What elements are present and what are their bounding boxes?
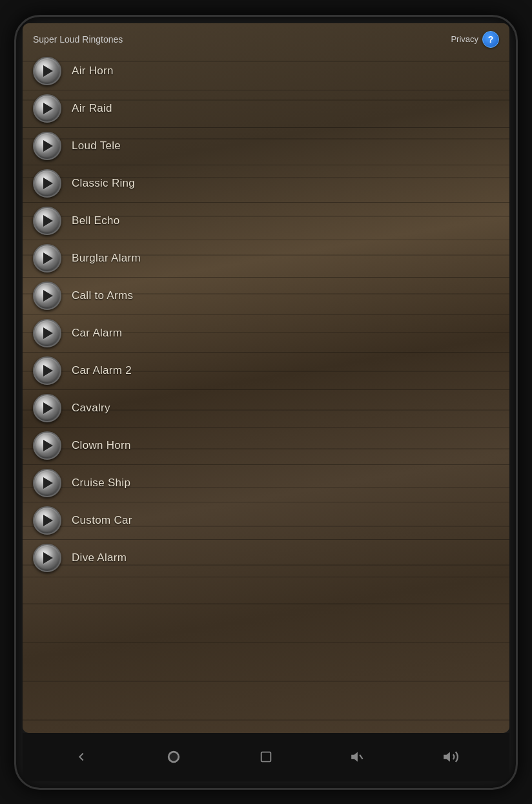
ringtone-item[interactable]: Classic Ring xyxy=(23,165,509,203)
help-icon[interactable]: ? xyxy=(482,31,499,48)
play-button-14[interactable] xyxy=(33,544,61,572)
ringtone-name-1: Air Horn xyxy=(72,65,114,77)
play-button-5[interactable] xyxy=(33,207,61,235)
ringtone-name-9: Car Alarm 2 xyxy=(72,364,132,377)
app-title: Super Loud Ringtones xyxy=(33,34,123,45)
ringtone-name-11: Clown Horn xyxy=(72,439,131,452)
recents-button[interactable] xyxy=(251,743,280,772)
ringtone-name-8: Car Alarm xyxy=(72,327,122,340)
device-frame: Super Loud Ringtones Privacy ? Air Horn … xyxy=(14,15,518,790)
volume-down-button[interactable] xyxy=(343,743,373,772)
ringtone-name-5: Bell Echo xyxy=(72,214,120,227)
play-button-2[interactable] xyxy=(33,94,61,123)
app-screen: Super Loud Ringtones Privacy ? Air Horn … xyxy=(23,23,509,733)
ringtone-list: Air Horn Air Raid Loud Tele Classic Ring… xyxy=(23,53,509,733)
play-button-13[interactable] xyxy=(33,506,61,535)
ringtone-item[interactable]: Bell Echo xyxy=(23,203,509,240)
play-button-12[interactable] xyxy=(33,469,61,497)
ringtone-name-13: Custom Car xyxy=(72,514,132,527)
play-button-1[interactable] xyxy=(33,57,61,85)
svg-point-1 xyxy=(170,753,178,761)
play-button-11[interactable] xyxy=(33,431,61,460)
svg-line-3 xyxy=(360,755,362,759)
ringtone-item[interactable]: Car Alarm 2 xyxy=(23,353,509,390)
volume-up-button[interactable] xyxy=(436,743,465,772)
ringtone-name-6: Burglar Alarm xyxy=(72,252,141,265)
play-button-8[interactable] xyxy=(33,319,61,347)
ringtone-name-12: Cruise Ship xyxy=(72,477,130,490)
ringtone-name-10: Cavalry xyxy=(72,402,110,415)
ringtone-item[interactable]: Dive Alarm xyxy=(23,540,509,577)
home-button[interactable] xyxy=(159,743,189,772)
privacy-label[interactable]: Privacy xyxy=(451,34,478,44)
ringtone-item[interactable]: Car Alarm xyxy=(23,315,509,353)
header-right: Privacy ? xyxy=(451,31,499,48)
ringtone-name-2: Air Raid xyxy=(72,102,112,115)
ringtone-item[interactable]: Burglar Alarm xyxy=(23,240,509,278)
play-button-6[interactable] xyxy=(33,244,61,273)
ringtone-item[interactable]: Cruise Ship xyxy=(23,465,509,502)
ringtone-item[interactable]: Call to Arms xyxy=(23,278,509,315)
ringtone-name-14: Dive Alarm xyxy=(72,551,127,564)
ringtone-name-7: Call to Arms xyxy=(72,289,133,302)
play-button-3[interactable] xyxy=(33,132,61,160)
app-content: Super Loud Ringtones Privacy ? Air Horn … xyxy=(23,23,509,733)
ringtone-name-4: Classic Ring xyxy=(72,177,135,190)
bottom-navigation xyxy=(23,733,509,781)
play-button-9[interactable] xyxy=(33,356,61,385)
play-button-4[interactable] xyxy=(33,169,61,198)
ringtone-item[interactable]: Loud Tele xyxy=(23,128,509,165)
ringtone-item[interactable]: Air Horn xyxy=(23,53,509,90)
svg-rect-2 xyxy=(261,752,271,762)
play-button-7[interactable] xyxy=(33,282,61,310)
ringtone-item[interactable]: Air Raid xyxy=(23,90,509,128)
ringtone-item[interactable]: Cavalry xyxy=(23,390,509,428)
ringtone-name-3: Loud Tele xyxy=(72,139,121,152)
app-header: Super Loud Ringtones Privacy ? xyxy=(23,23,509,53)
back-button[interactable] xyxy=(67,743,96,772)
ringtone-item[interactable]: Custom Car xyxy=(23,502,509,540)
play-button-10[interactable] xyxy=(33,394,61,422)
ringtone-item[interactable]: Clown Horn xyxy=(23,428,509,465)
